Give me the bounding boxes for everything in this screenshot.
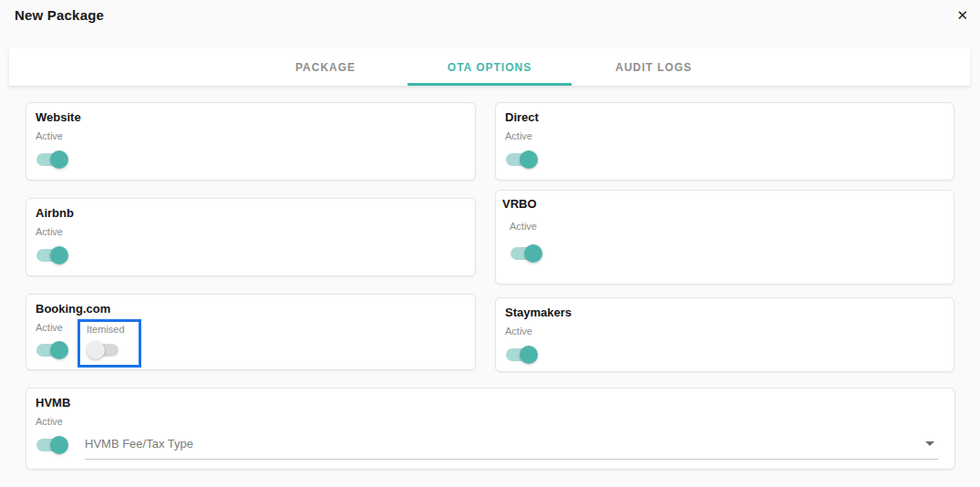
card-booking: Booking.com Active Itemised (26, 294, 476, 370)
itemised-label: Itemised (87, 324, 125, 335)
airbnb-active-toggle[interactable] (36, 246, 68, 264)
dialog-header: New Package ✕ (0, 0, 980, 42)
toggle-thumb (520, 346, 538, 364)
toggle-thumb (50, 150, 68, 169)
card-body: HVMB Fee/Tax Type (36, 436, 944, 460)
dropdown-caret-icon (925, 441, 934, 446)
tab-package-label: PACKAGE (295, 61, 356, 74)
vrbo-active-toggle[interactable] (510, 244, 542, 263)
card-body: Active (502, 221, 944, 266)
active-label: Active (36, 416, 944, 427)
active-label: Active (36, 226, 466, 237)
card-title: Website (36, 110, 466, 124)
tab-audit-logs-label: AUDIT LOGS (615, 61, 692, 74)
card-body: Active Itemised (36, 322, 466, 368)
toggle-thumb (87, 341, 105, 359)
itemised-highlight-box: Itemised (77, 319, 141, 368)
card-website: Website Active (26, 102, 476, 181)
toggle-thumb (50, 436, 68, 454)
toggle-thumb (524, 244, 542, 263)
active-label: Active (36, 130, 466, 141)
card-direct: Direct Active (495, 102, 954, 181)
card-airbnb: Airbnb Active (26, 198, 476, 276)
ota-options-panel: Website Active Direct Active Airbnb (26, 86, 955, 470)
booking-active-toggle[interactable] (36, 341, 68, 359)
select-label: HVMB Fee/Tax Type (85, 437, 193, 451)
active-label: Active (505, 326, 944, 337)
tab-audit-logs[interactable]: AUDIT LOGS (572, 48, 736, 86)
tab-package[interactable]: PACKAGE (243, 48, 407, 86)
staymakers-active-toggle[interactable] (505, 346, 538, 364)
toggle-thumb (50, 246, 68, 264)
page-title: New Package (15, 7, 104, 23)
hvmb-fee-tax-type-select[interactable]: HVMB Fee/Tax Type (85, 437, 938, 460)
card-title: Booking.com (36, 302, 466, 316)
booking-itemised-toggle[interactable] (87, 341, 119, 359)
card-title: Staymakers (505, 306, 944, 319)
close-icon[interactable]: ✕ (956, 6, 968, 25)
card-staymakers: Staymakers Active (495, 297, 954, 372)
website-active-toggle[interactable] (36, 150, 68, 169)
tab-ota-options-label: OTA OPTIONS (448, 61, 531, 74)
tab-bar: PACKAGE OTA OPTIONS AUDIT LOGS (9, 48, 970, 86)
card-hvmb: HVMB Active HVMB Fee/Tax Type (26, 388, 955, 470)
active-label: Active (510, 221, 944, 232)
card-title: HVMB (36, 396, 944, 409)
card-title: Airbnb (36, 206, 466, 220)
toggle-thumb (520, 150, 538, 169)
active-toggle-group: Active (36, 322, 68, 359)
active-label: Active (36, 322, 68, 333)
card-vrbo: VRBO Active (495, 190, 954, 285)
card-title: Direct (505, 110, 944, 124)
hvmb-active-toggle[interactable] (36, 436, 68, 454)
direct-active-toggle[interactable] (505, 150, 538, 169)
tab-ota-options[interactable]: OTA OPTIONS (407, 48, 572, 86)
active-label: Active (505, 130, 944, 141)
toggle-thumb (50, 341, 68, 359)
card-title: VRBO (502, 197, 944, 211)
